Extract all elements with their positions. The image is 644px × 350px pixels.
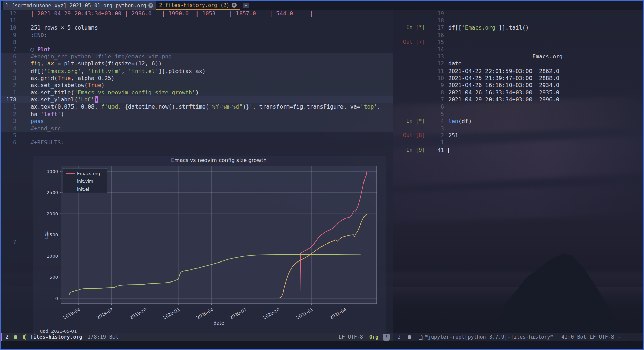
repl-prompt xyxy=(393,125,425,132)
repl-line[interactable]: 18 xyxy=(393,17,643,24)
editor-line[interactable]: 6#+begin_src python :file img/emacs-vim.… xyxy=(1,53,393,60)
code-token: {datetime.now().strftime( xyxy=(125,103,209,110)
editor-line[interactable]: 2ax.set_axisbelow(True) xyxy=(1,82,393,89)
repl-prompt xyxy=(393,17,425,24)
code-token: 2021-04-29 20:43:34+03:00 2996.0 xyxy=(448,96,559,103)
line-number: 7 xyxy=(1,46,16,53)
repl-line[interactable]: 102021-04-25 21:39:47+03:00 2888.0 xyxy=(393,75,643,82)
editor-line[interactable]: 5 xyxy=(1,132,393,139)
modeline-inactive[interactable]: 2 *jupyter-repl[python 3.7.9]-files-hist… xyxy=(393,333,643,341)
code-token: "%Y-%m-%d" xyxy=(209,103,243,110)
line-number: 6 xyxy=(1,139,16,146)
code-token: ]].tail() xyxy=(499,24,529,31)
line-content: df[['Emacs.org']].tail() xyxy=(448,24,529,31)
repl-line[interactable]: 5 xyxy=(393,111,643,118)
repl-prompt xyxy=(393,32,425,39)
line-number: 9 xyxy=(1,32,16,39)
repl-prompt xyxy=(393,67,425,75)
repl-line[interactable]: 3 xyxy=(393,125,643,132)
tab-files-history[interactable]: 2 files-history.org (2) × xyxy=(156,1,240,10)
line-number: 11 xyxy=(1,17,16,24)
tab-label: 1 [sqrtminusone.xyz] 2021-05-01-org-pyth… xyxy=(5,3,146,9)
svg-text:LoC: LoC xyxy=(44,231,49,239)
repl-line[interactable]: Out [7]15 xyxy=(393,39,643,46)
repl-line[interactable]: 112021-04-22 22:01:59+03:00 2862.0 xyxy=(393,67,643,75)
editor-line[interactable]: 2ha='left') xyxy=(1,111,393,118)
code-token: 2021-04-26 16:33:34+03:00 2935.0 xyxy=(448,89,559,96)
line-content: 251 xyxy=(448,132,458,139)
close-tab-icon[interactable]: × xyxy=(148,3,153,8)
svg-text:init.el: init.el xyxy=(77,187,89,192)
code-token: ) xyxy=(101,82,105,89)
line-number: 17 xyxy=(425,24,444,31)
editor-line[interactable]: 1ax.set_title('Emacs vs neovim config si… xyxy=(1,89,393,96)
org-editor-window[interactable]: 12| 2021-04-29 20:43:34+03:00 | 2996.0 |… xyxy=(1,10,393,333)
line-number: 41 xyxy=(425,147,444,154)
code-token: (df) xyxy=(458,118,472,124)
editor-line[interactable]: 4df[['Emacs.org', 'init.vim', 'init.el']… xyxy=(1,67,393,75)
line-content: 2021-04-26 16:16:10+03:00 2934.0 xyxy=(448,82,559,89)
echo-area[interactable] xyxy=(1,341,643,349)
editor-line[interactable]: 6#+RESULTS: xyxy=(1,139,393,146)
code-token: ax.set_ylabel( xyxy=(30,96,78,103)
editor-line[interactable]: 7○ Plot xyxy=(1,46,393,53)
code-token: , alpha=0.25) xyxy=(71,75,115,81)
scroll-position: Bot xyxy=(577,334,586,340)
repl-line[interactable]: 82021-04-26 16:33:34+03:00 2935.0 xyxy=(393,89,643,96)
editor-line[interactable]: 5fig, ax = plt.subplots(figsize=(12, 6)) xyxy=(1,60,393,67)
code-token: ax.grid( xyxy=(30,75,57,81)
code-token: 'LoC' xyxy=(78,96,95,103)
repl-line[interactable]: 19 xyxy=(393,10,643,17)
editor-line[interactable]: 1ax.text(0.075, 0.08, f'upd. {datetime.n… xyxy=(1,103,393,110)
major-mode[interactable]: Org xyxy=(369,334,378,340)
repl-line[interactable]: In [9]41 xyxy=(393,147,643,154)
code-token: , xyxy=(121,68,128,74)
repl-line[interactable]: 13 Emacs.org xyxy=(393,53,643,60)
code-token: , transform=fig.transFigure, va= xyxy=(253,103,360,110)
code-token: 'init.el' xyxy=(128,68,158,74)
editor-line[interactable]: 8 xyxy=(1,39,393,46)
code-token: ) xyxy=(159,60,162,67)
emacs-frame: { "tabs": { "tab1_label": "1 [sqrtminuso… xyxy=(0,0,644,350)
svg-text:3000: 3000 xyxy=(47,169,58,174)
repl-line[interactable]: 1 xyxy=(393,139,643,146)
line-content: ax.text(0.075, 0.08, f'upd. {datetime.no… xyxy=(30,103,380,110)
jupyter-repl-window[interactable]: 1918In [*]17df[['Emacs.org']].tail()16Ou… xyxy=(393,10,643,333)
editor-line[interactable]: 9:END: xyxy=(1,32,393,39)
line-content: ax.set_axisbelow(True) xyxy=(30,82,105,89)
line-content: Emacs.org xyxy=(448,53,563,60)
code-token: 'Emacs.org' xyxy=(44,68,81,74)
repl-line[interactable]: 12date xyxy=(393,60,643,67)
repl-line[interactable]: 6 xyxy=(393,103,643,110)
repl-prompt: In [9] xyxy=(393,147,425,154)
editor-line[interactable]: 3ax.grid(True, alpha=0.25) xyxy=(1,75,393,82)
repl-line[interactable]: 16 xyxy=(393,32,643,39)
line-content xyxy=(448,147,449,154)
modeline-active[interactable]: 2 files-history.org 178:19 Bot LF UTF-8 … xyxy=(1,333,393,341)
code-token: f'upd. xyxy=(101,103,125,110)
unsaved-badge-icon: ! xyxy=(383,334,390,341)
repl-prompt xyxy=(393,60,425,67)
repl-line[interactable]: 72021-04-29 20:43:34+03:00 2996.0 xyxy=(393,96,643,103)
repl-lines: 1918In [*]17df[['Emacs.org']].tail()16Ou… xyxy=(393,10,643,154)
repl-prompt: In [*] xyxy=(393,24,425,31)
editor-line[interactable]: 11 xyxy=(1,17,393,24)
repl-line[interactable]: 14 xyxy=(393,46,643,53)
code-token: 2021-04-22 22:01:59+03:00 2862.0 xyxy=(448,68,559,74)
editor-line[interactable]: 178ax.set_ylabel('LoC') xyxy=(1,96,393,103)
editor-line[interactable]: 10251 rows × 5 columns xyxy=(1,24,393,31)
editor-line[interactable]: 4#+end_src xyxy=(1,125,393,132)
new-tab-button[interactable]: + xyxy=(243,3,249,8)
close-tab-icon[interactable]: × xyxy=(232,3,237,8)
repl-line[interactable]: 92021-04-26 16:16:10+03:00 2934.0 xyxy=(393,82,643,89)
repl-line[interactable]: In [*]4len(df) xyxy=(393,118,643,125)
code-token: fig xyxy=(30,60,41,67)
repl-line[interactable]: Out [8]2251 xyxy=(393,132,643,139)
tab-org-python[interactable]: 1 [sqrtminusone.xyz] 2021-05-01-org-pyth… xyxy=(3,1,156,10)
repl-line[interactable]: In [*]17df[['Emacs.org']].tail() xyxy=(393,24,643,31)
line-number: 5 xyxy=(1,60,16,67)
org-mode-icon xyxy=(22,334,28,340)
editor-line[interactable]: 3pass xyxy=(1,118,393,125)
editor-line[interactable]: 12| 2021-04-29 20:43:34+03:00 | 2996.0 |… xyxy=(1,10,393,17)
line-number: 4 xyxy=(425,118,444,125)
